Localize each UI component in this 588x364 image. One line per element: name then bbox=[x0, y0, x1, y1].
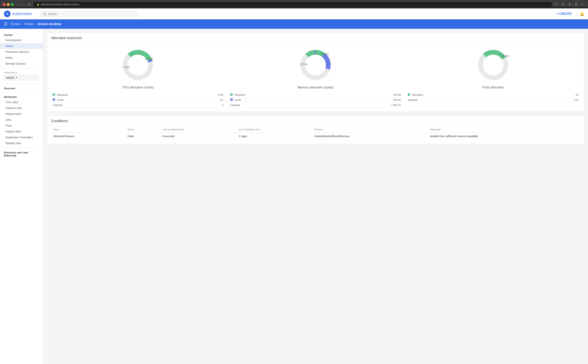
cpu-blue-label: 2.50% bbox=[123, 66, 130, 69]
search-bar[interactable]: 🔍 bbox=[40, 11, 138, 17]
sidebar-item-nodes[interactable]: Nodes bbox=[0, 43, 43, 49]
main-layout: Cluster Namespaces Nodes Persistent Volu… bbox=[0, 29, 588, 364]
sidebar-item-storage-classes[interactable]: Storage Classes bbox=[0, 61, 43, 66]
cpu-requests-value: 0.85 bbox=[171, 92, 225, 98]
cpu-limits-label: Limits bbox=[51, 98, 171, 103]
memory-green-label: 12.01% bbox=[321, 53, 329, 56]
col-transition: Last transition time bbox=[236, 126, 312, 133]
pods-chart-title: Pods allocation bbox=[482, 86, 504, 89]
row-status: False bbox=[125, 133, 160, 140]
search-input[interactable] bbox=[48, 12, 135, 15]
overview-section-title: Overview bbox=[0, 85, 43, 91]
memory-capacity-label: Capacity bbox=[229, 103, 331, 108]
col-type: Type bbox=[51, 126, 125, 133]
url-text: dashboard-fwdauth.k8s.lan.bdd.io bbox=[41, 3, 79, 6]
row-message: kubelet has sufficient memory available bbox=[428, 133, 580, 140]
close-button[interactable] bbox=[3, 3, 6, 6]
cpu-donut: 21.25% 2.50% bbox=[120, 47, 156, 83]
row-heartbeat: 6 seconds bbox=[160, 133, 236, 140]
cpu-legend: Requests 0.85 Limits 0.1 bbox=[51, 92, 225, 108]
cpu-limits-dot bbox=[53, 98, 55, 101]
memory-requests-row: Requests 240 Mi bbox=[229, 92, 403, 98]
namespace-section: Namespace default ▼ bbox=[0, 70, 43, 82]
workloads-section-title: Workloads bbox=[0, 94, 43, 99]
sidebar-item-namespaces[interactable]: Namespaces bbox=[0, 37, 43, 43]
nav-divider: | bbox=[576, 12, 577, 16]
notification-button[interactable]: 🔔 bbox=[580, 12, 584, 16]
col-status: Status bbox=[125, 126, 160, 133]
back-button[interactable]: ‹ bbox=[17, 2, 20, 7]
cpu-requests-label: Requests bbox=[51, 92, 171, 98]
reader-button[interactable]: ⊡ bbox=[27, 3, 32, 6]
sidebar-item-replication-controllers[interactable]: Replication Controllers bbox=[0, 134, 43, 140]
cpu-limits-value: 0.1 bbox=[171, 98, 225, 103]
sidebar-item-replica-sets[interactable]: Replica Sets bbox=[0, 129, 43, 134]
download-icon[interactable]: ⬇ bbox=[561, 2, 566, 7]
memory-requests-label: Requests bbox=[229, 92, 331, 98]
kubernetes-logo[interactable]: ✦ kubernetes bbox=[4, 11, 32, 17]
conditions-card: Conditions Type Status Last heartbeat ti… bbox=[47, 116, 584, 144]
pods-allocation-value: 20 bbox=[530, 92, 580, 98]
discovery-section-title: Discovery and Load Balancing bbox=[0, 150, 43, 158]
memory-limits-row: Limits 440 Mi bbox=[229, 98, 403, 103]
create-button[interactable]: + CREATE bbox=[554, 11, 574, 17]
pods-legend: Allocation 20 Capacity 110 bbox=[406, 92, 580, 103]
breadcrumb-cluster[interactable]: Cluster bbox=[11, 22, 20, 26]
minimize-button[interactable] bbox=[7, 3, 10, 6]
top-navigation: ✦ kubernetes 🔍 + CREATE | 🔔 bbox=[0, 8, 588, 19]
forward-button[interactable]: › bbox=[21, 2, 25, 7]
pods-green-label: 18.18% bbox=[501, 55, 509, 58]
pods-allocation-label: Allocation bbox=[406, 92, 530, 98]
sidebar-item-stateful-sets[interactable]: Stateful Sets bbox=[0, 140, 43, 146]
search-icon: 🔍 bbox=[43, 12, 46, 15]
sidebar-item-jobs[interactable]: Jobs bbox=[0, 117, 43, 123]
memory-chart-title: Memory allocation (bytes) bbox=[297, 86, 333, 89]
sidebar-divider-4 bbox=[0, 148, 43, 148]
namespace-label: Namespace bbox=[4, 72, 39, 74]
breadcrumb-sep-2: › bbox=[35, 22, 36, 26]
pods-allocation-dot bbox=[408, 93, 410, 96]
kube-logo-text: kubernetes bbox=[13, 12, 32, 16]
memory-requests-dot bbox=[230, 93, 233, 96]
namespace-select[interactable]: default ▼ bbox=[4, 75, 39, 80]
allocated-resources-title: Allocated resources bbox=[47, 33, 584, 43]
sidebar-item-roles[interactable]: Roles bbox=[0, 55, 43, 61]
pods-donut: 18.18% bbox=[476, 47, 511, 83]
sidebar-item-persistent-volumes[interactable]: Persistent Volumes bbox=[0, 49, 43, 55]
breadcrumb-nodes[interactable]: Nodes bbox=[25, 22, 33, 26]
sidebar-divider-3 bbox=[0, 92, 43, 92]
reload-button[interactable]: ↻ bbox=[554, 2, 559, 7]
share-icon[interactable]: ⬆ bbox=[567, 2, 572, 7]
table-row: MemoryPressure False 6 seconds 2 days Ku… bbox=[51, 133, 580, 140]
maximize-button[interactable] bbox=[11, 3, 14, 6]
allocated-resources-card: Allocated resources bbox=[47, 33, 584, 112]
sidebar-item-daemon-sets[interactable]: Daemon Sets bbox=[0, 105, 43, 111]
new-tab-button[interactable]: + bbox=[580, 2, 585, 6]
memory-capacity-value: 1.952 Gi bbox=[331, 103, 402, 108]
sidebar-item-pods[interactable]: Pods bbox=[0, 123, 43, 129]
nav-right: + CREATE | 🔔 bbox=[554, 11, 584, 17]
row-transition: 2 days bbox=[236, 133, 312, 140]
sidebar-item-deployments[interactable]: Deployments bbox=[0, 111, 43, 117]
sidebar-divider-2 bbox=[0, 84, 43, 84]
memory-donut: 12.01% 22.01% bbox=[298, 47, 333, 83]
memory-limits-value: 440 Mi bbox=[331, 98, 402, 103]
namespace-value: default bbox=[6, 76, 14, 79]
pods-chart-container: 18.18% Pods allocation Allocation 20 bbox=[406, 47, 580, 108]
col-message: Message bbox=[428, 126, 580, 133]
hamburger-menu[interactable]: ☰ bbox=[4, 22, 7, 26]
memory-blue-label: 22.01% bbox=[300, 63, 308, 66]
breadcrumb-current: docker-desktop bbox=[38, 22, 61, 26]
tab-grid-icon[interactable]: ⊞ bbox=[574, 2, 579, 7]
charts-row: 21.25% 2.50% CPU allocation (cores) Requ… bbox=[47, 43, 584, 111]
cpu-capacity-row: Capacity 4 bbox=[51, 103, 225, 108]
pods-capacity-label: Capacity bbox=[406, 98, 530, 103]
content-area: Allocated resources bbox=[43, 29, 588, 364]
address-bar[interactable]: 🔒 dashboard-fwdauth.k8s.lan.bdd.io bbox=[33, 2, 552, 7]
pods-capacity-row: Capacity 110 bbox=[406, 98, 580, 103]
cpu-chart-title: CPU allocation (cores) bbox=[122, 86, 153, 89]
cpu-capacity-label: Capacity bbox=[51, 103, 171, 108]
pods-capacity-value: 110 bbox=[530, 98, 580, 103]
breadcrumb-sep-1: › bbox=[22, 22, 23, 26]
sidebar-item-cron-jobs[interactable]: Cron Jobs bbox=[0, 99, 43, 105]
